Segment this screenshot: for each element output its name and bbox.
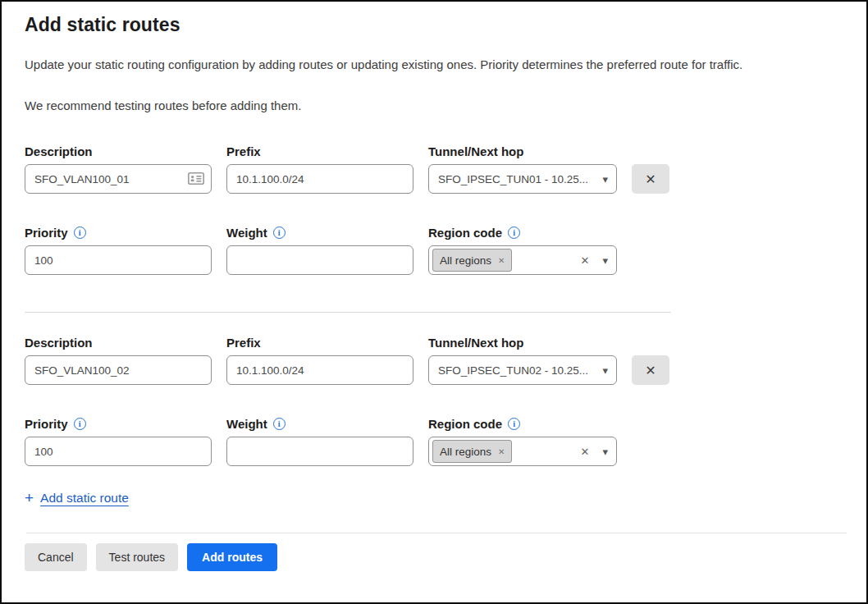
info-icon[interactable]: i: [273, 418, 286, 430]
info-icon[interactable]: i: [74, 226, 86, 239]
tunnel-selected-value: SFO_IPSEC_TUN01 - 10.25...: [438, 173, 597, 185]
region-code-label: Region code: [428, 417, 502, 431]
chevron-down-icon: ▾: [602, 446, 608, 457]
description-label: Description: [25, 144, 93, 158]
delete-route-button[interactable]: ✕: [632, 164, 669, 194]
priority-label: Priority: [25, 226, 68, 240]
tunnel-select[interactable]: SFO_IPSEC_TUN02 - 10.25... ▾: [428, 355, 617, 385]
chip-remove-icon[interactable]: ✕: [498, 447, 505, 456]
close-icon: ✕: [645, 363, 656, 378]
dialog-note: We recommend testing routes before addin…: [25, 98, 843, 114]
cancel-button[interactable]: Cancel: [25, 543, 87, 571]
info-icon[interactable]: i: [508, 418, 520, 430]
priority-label: Priority: [25, 417, 68, 431]
region-chip-label: All regions: [440, 446, 491, 458]
tunnel-select[interactable]: SFO_IPSEC_TUN01 - 10.25... ▾: [428, 164, 617, 194]
footer-actions: Cancel Test routes Add routes: [25, 543, 843, 571]
prefix-label: Prefix: [226, 144, 261, 158]
route-divider: [25, 312, 671, 313]
plus-icon: +: [25, 490, 34, 506]
dialog-description: Update your static routing configuration…: [25, 57, 843, 73]
clear-selection-icon[interactable]: ✕: [581, 254, 590, 267]
weight-input[interactable]: [226, 245, 413, 275]
info-icon[interactable]: i: [508, 226, 520, 239]
region-code-multiselect[interactable]: All regions ✕ ✕ ▾: [428, 245, 617, 275]
add-routes-button[interactable]: Add routes: [187, 543, 277, 571]
region-chip-label: All regions: [440, 254, 491, 267]
description-input[interactable]: [25, 355, 212, 385]
tunnel-label: Tunnel/Next hop: [428, 144, 523, 158]
footer-divider: [26, 533, 847, 533]
tunnel-label: Tunnel/Next hop: [428, 336, 523, 350]
weight-label: Weight: [226, 226, 267, 240]
prefix-input[interactable]: [226, 164, 413, 194]
description-label: Description: [25, 336, 93, 350]
chevron-down-icon: ▾: [602, 365, 608, 376]
chevron-down-icon: ▾: [602, 255, 608, 266]
close-icon: ✕: [645, 172, 656, 187]
priority-input[interactable]: [25, 245, 212, 275]
tunnel-selected-value: SFO_IPSEC_TUN02 - 10.25...: [438, 364, 597, 377]
info-icon[interactable]: i: [74, 418, 86, 430]
region-code-multiselect[interactable]: All regions ✕ ✕ ▾: [428, 437, 617, 466]
region-code-label: Region code: [428, 226, 502, 240]
prefix-label: Prefix: [226, 336, 261, 350]
add-static-routes-dialog: Add static routes Update your static rou…: [2, 2, 866, 571]
region-chip: All regions ✕: [432, 440, 512, 463]
add-static-route-link[interactable]: Add static route: [40, 491, 129, 506]
route-group-1: Description Prefix Tunnel/Next hop SFO_I…: [25, 144, 843, 275]
description-input[interactable]: [25, 164, 212, 194]
page-title: Add static routes: [25, 14, 843, 36]
test-routes-button[interactable]: Test routes: [96, 543, 178, 571]
info-icon[interactable]: i: [273, 226, 286, 239]
clear-selection-icon[interactable]: ✕: [581, 446, 590, 458]
route-group-2: Description Prefix Tunnel/Next hop SFO_I…: [25, 336, 843, 466]
prefix-input[interactable]: [226, 355, 413, 385]
weight-input[interactable]: [226, 437, 413, 466]
add-static-route-row: + Add static route: [25, 490, 843, 506]
priority-input[interactable]: [25, 437, 212, 466]
region-chip: All regions ✕: [432, 249, 512, 272]
weight-label: Weight: [226, 417, 267, 431]
chevron-down-icon: ▾: [602, 174, 608, 185]
contact-card-icon: [188, 172, 204, 185]
chip-remove-icon[interactable]: ✕: [498, 256, 505, 265]
delete-route-button[interactable]: ✕: [632, 355, 669, 385]
